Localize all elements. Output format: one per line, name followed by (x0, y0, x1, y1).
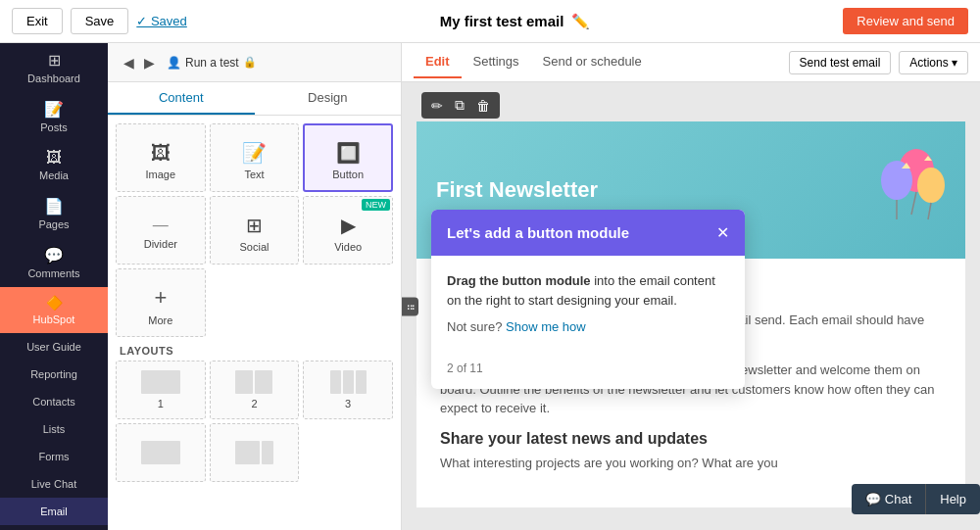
button-module-icon: 🔲 (336, 141, 361, 165)
popup-footer: 2 of 11 (431, 354, 745, 389)
layout-1[interactable]: 1 (116, 361, 206, 419)
email-header-title: First Newsletter (436, 177, 598, 203)
popup-body-text: Drag the button module into the email co… (447, 271, 729, 310)
top-bar-left: Exit Save ✓ Saved (12, 8, 187, 34)
actions-dropdown-button[interactable]: Actions ▾ (899, 51, 968, 74)
text-module-icon: 📝 (242, 141, 267, 165)
module-video[interactable]: NEW ▶ Video (303, 196, 393, 265)
layout-col (255, 370, 272, 394)
sidebar-item-hubspot[interactable]: 🔶 HubSpot (0, 287, 108, 333)
popup-title: Let's add a button module (447, 224, 629, 241)
chat-button[interactable]: 💬 Chat (852, 484, 925, 514)
save-button[interactable]: Save (71, 8, 129, 34)
sidebar-item-forms[interactable]: Forms (0, 443, 108, 470)
module-button[interactable]: 🔲 Button (303, 123, 393, 192)
tab-design[interactable]: Design (255, 82, 402, 115)
posts-icon: 📝 (44, 100, 64, 119)
comments-icon: 💬 (44, 246, 64, 265)
module-text[interactable]: 📝 Text (210, 123, 300, 192)
send-test-button[interactable]: Send test email (789, 51, 892, 74)
sidebar-item-posts[interactable]: 📝 Posts (0, 92, 108, 141)
sidebar-item-settings[interactable]: Settings (0, 525, 108, 530)
sidebar: ⊞ Dashboard 📝 Posts 🖼 Media 📄 Pages 💬 Co… (0, 43, 108, 530)
main-layout: ⊞ Dashboard 📝 Posts 🖼 Media 📄 Pages 💬 Co… (0, 43, 980, 530)
email-title: My first test email (440, 13, 564, 29)
divider-module-icon: — (153, 217, 169, 234)
help-button[interactable]: Help (925, 484, 980, 514)
sidebar-item-dashboard[interactable]: ⊞ Dashboard (0, 43, 108, 92)
module-divider[interactable]: — Divider (116, 196, 206, 265)
more-module-icon: + (154, 285, 167, 311)
top-bar-right: Review and send (843, 8, 968, 34)
module-more[interactable]: + More (116, 268, 206, 337)
lock-icon: 🔒 (243, 56, 257, 69)
layout-col (356, 370, 367, 394)
delete-tool-button[interactable]: 🗑 (472, 95, 494, 116)
editor-tabs: Edit Settings Send or schedule Send test… (402, 43, 980, 82)
preview-toolbar: ✏ ⧉ 🗑 (421, 92, 500, 119)
layout-5[interactable] (210, 423, 300, 482)
tab-settings[interactable]: Settings (462, 46, 531, 78)
content-area: ◀ ▶ 👤 Run a test 🔒 Content Design (108, 43, 980, 530)
copy-tool-button[interactable]: ⧉ (451, 95, 468, 116)
layout-3[interactable]: 3 (303, 361, 393, 419)
module-social[interactable]: ⊞ Social (210, 196, 300, 265)
undo-button[interactable]: ◀ (120, 53, 138, 72)
redo-button[interactable]: ▶ (140, 53, 159, 72)
layout-col (141, 370, 180, 394)
layout-2[interactable]: 2 (210, 361, 300, 419)
layouts-title: LAYOUTS (120, 345, 389, 357)
panel-content: 🖼 Image 📝 Text 🔲 Button — (108, 116, 401, 490)
dashboard-icon: ⊞ (48, 51, 61, 70)
sidebar-item-user-guide[interactable]: User Guide (0, 333, 108, 361)
svg-line-5 (928, 203, 931, 219)
layout-col (235, 441, 260, 464)
popup-close-button[interactable]: ✕ (716, 223, 729, 242)
popup-progress: 2 of 11 (447, 361, 483, 375)
sidebar-item-pages[interactable]: 📄 Pages (0, 189, 108, 238)
sidebar-item-contacts[interactable]: Contacts (0, 388, 108, 415)
module-image[interactable]: 🖼 Image (116, 123, 206, 192)
saved-button[interactable]: ✓ Saved (136, 14, 186, 28)
sidebar-item-lists[interactable]: Lists (0, 415, 108, 443)
tab-edit[interactable]: Edit (414, 46, 462, 78)
sidebar-item-email[interactable]: Email (0, 498, 108, 525)
popup-body: Drag the button module into the email co… (431, 256, 745, 354)
new-badge: NEW (362, 199, 390, 211)
popup: Let's add a button module ✕ Drag the but… (431, 210, 745, 389)
popup-show-link[interactable]: Show me how (506, 319, 586, 334)
sidebar-item-media[interactable]: 🖼 Media (0, 141, 108, 189)
review-send-button[interactable]: Review and send (843, 8, 968, 34)
layout-4[interactable] (116, 423, 206, 482)
layout-3-preview (330, 370, 367, 394)
tab-content[interactable]: Content (108, 82, 255, 115)
balloon-decoration (858, 141, 946, 239)
sidebar-item-live-chat[interactable]: Live Chat (0, 470, 108, 498)
undo-redo: ◀ ▶ (120, 53, 159, 72)
person-icon: 👤 (167, 56, 181, 70)
layouts-grid: 1 2 (116, 361, 393, 482)
tab-send[interactable]: Send or schedule (531, 46, 654, 78)
modules-grid: 🖼 Image 📝 Text 🔲 Button — (116, 123, 393, 337)
sidebar-item-reporting[interactable]: Reporting (0, 361, 108, 388)
exit-button[interactable]: Exit (12, 8, 63, 34)
popup-note: Not sure? Show me how (447, 319, 729, 334)
run-test-button[interactable]: 👤 Run a test 🔒 (167, 56, 257, 70)
side-handle[interactable]: ⠿ (402, 297, 418, 315)
video-module-icon: ▶ (341, 214, 356, 237)
popup-header: Let's add a button module ✕ (431, 210, 745, 256)
sidebar-item-comments[interactable]: 💬 Comments (0, 238, 108, 287)
layout-col (235, 370, 253, 394)
layout-4-preview (141, 441, 180, 464)
layout-2-preview (235, 370, 272, 394)
layout-col (262, 441, 273, 464)
svg-line-3 (911, 192, 916, 215)
layout-col (141, 441, 180, 464)
pages-icon: 📄 (44, 197, 64, 216)
pencil-tool-button[interactable]: ✏ (427, 95, 447, 116)
media-icon: 🖼 (46, 149, 62, 167)
svg-point-2 (917, 168, 945, 203)
top-bar: Exit Save ✓ Saved My first test email ✏️… (0, 0, 980, 43)
left-panel: ◀ ▶ 👤 Run a test 🔒 Content Design (108, 43, 402, 530)
edit-icon[interactable]: ✏️ (571, 13, 590, 30)
